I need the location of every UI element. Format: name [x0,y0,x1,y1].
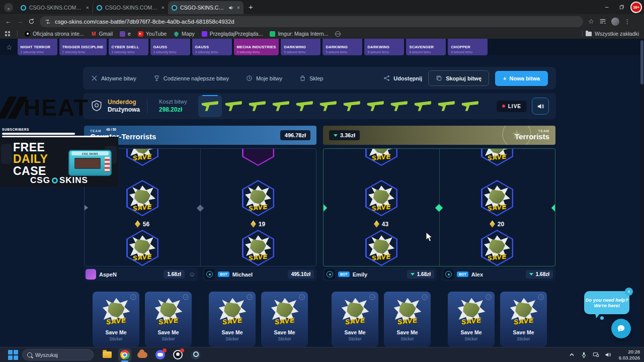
reload-icon[interactable] [28,18,35,25]
taskbar-discord[interactable] [153,348,167,361]
item-hex[interactable]: SAVE [126,230,158,266]
drop-card[interactable]: CYBER SHELL3 sekundy temu [109,39,148,55]
new-tab-button[interactable]: + [249,3,253,11]
round-item[interactable] [364,95,387,117]
bookmark-item[interactable]: Imgur: Magia Intern... [270,31,328,37]
tab-search-chevron-icon[interactable]: ⌄ [4,3,13,12]
item-card-save-me[interactable]: SAVE Save Me Sticker [500,292,547,347]
taskbar-clock[interactable]: 20:28 6.03.2026 [619,349,640,361]
network-icon[interactable] [593,351,599,358]
player-bar-alex[interactable]: BOT Alex 1.68zł [442,267,555,281]
favorites-star-icon[interactable]: ☆ [6,43,13,51]
item-hex[interactable]: SAVE [126,180,158,216]
item-hex[interactable]: SAVE [126,149,158,166]
taskbar-steam[interactable] [189,348,202,361]
item-card-save-me[interactable]: SAVE Save Me Sticker [93,292,139,347]
round-item[interactable] [387,95,411,117]
taskbar-search[interactable] [22,349,94,360]
round-item[interactable] [222,95,246,117]
site-info-icon[interactable] [45,19,51,25]
round-item[interactable] [435,95,458,117]
round-item[interactable] [293,95,316,117]
taskbar-cloud-app[interactable] [136,348,149,361]
bookmark-item[interactable]: Mapy [174,31,195,37]
profile-avatar[interactable] [611,18,619,26]
round-item[interactable] [340,95,364,117]
drop-card[interactable]: DARKWING5 sekund temu [281,39,320,55]
item-hex[interactable]: SAVE [242,230,274,266]
item-card-save-me[interactable]: SAVE Save Me Sticker [448,292,495,347]
taskbar-chrome-active[interactable] [118,348,131,361]
url-field[interactable]: csgo-skins.com/case-battle/7db976f7-8cbe… [40,16,583,27]
item-card-save-me[interactable]: SAVE Save Me Sticker [332,292,378,347]
bookmark-item[interactable]: MGmail [91,31,113,37]
forward-icon[interactable]: → [17,18,23,25]
round-item[interactable] [246,95,269,117]
drop-card[interactable]: DARKWING8 sekund temu [364,39,404,55]
browser-tab-2[interactable]: CSGO-SKINS.COM - Najlepsze × [93,1,168,14]
chat-launcher-button[interactable] [611,319,631,338]
bookmark-item[interactable]: PrzeglądajPrzegląda... [202,31,263,37]
profile-age-badge[interactable]: 18+ [630,2,642,13]
window-restore-button[interactable] [614,0,629,14]
start-button[interactable] [8,349,19,360]
volume-icon[interactable] [605,351,611,358]
browser-tab-1[interactable]: CSGO-SKINS.COM - Najlepsze × [17,1,93,14]
tab-close-icon[interactable]: × [162,5,165,11]
bookmark-item[interactable]: e [120,31,131,37]
taskbar-obs[interactable] [171,348,184,361]
item-card-save-me[interactable]: SAVE Save Me Sticker [261,292,308,347]
browser-tab-3-active[interactable]: CSGO-SKINS.COM - Najlep × [168,1,244,14]
bookmark-item[interactable] [335,31,341,37]
tab-active-battles[interactable]: Aktywne bitwy [91,75,136,81]
drop-card[interactable]: TRIGGER DISCIPLINE2 sekundy temu [59,39,107,55]
emote-icon[interactable]: ☺ [189,270,195,278]
help-chat-bubble[interactable]: × Do you need help? We're here! [584,291,629,314]
window-minimize-button[interactable]: – [599,0,614,14]
drop-card[interactable]: NIGHT TERROR1 sekundę temu [18,39,57,55]
player-bar-aspen[interactable]: AspeN 1.68zł ☺ [84,267,198,281]
round-item[interactable] [458,95,482,117]
item-hex[interactable]: SAVE [481,230,513,266]
bookmark-item[interactable]: YouTube [138,31,167,37]
chat-close-icon[interactable]: × [625,288,633,296]
search-input[interactable] [35,352,86,358]
bookmark-star-icon[interactable]: ☆ [588,18,594,25]
tray-chevron-icon[interactable] [569,351,575,358]
new-battle-button[interactable]: + Nowa bitwa [495,71,548,86]
bookmark-item[interactable]: Oficjalna strona inte... [25,31,84,37]
drop-card[interactable]: DARKWING5 sekund temu [323,39,362,55]
item-hex[interactable]: SAVE [365,230,397,266]
item-hex[interactable]: SAVE [242,180,274,216]
drop-card[interactable]: GAUSS3 sekundy temu [150,39,190,55]
drop-card[interactable]: GAUSS3 sekundy temu [192,39,232,55]
reading-list-icon[interactable] [599,18,606,25]
player-bar-emily[interactable]: BOT Emily 1.68zł [323,267,437,281]
round-item[interactable] [411,95,435,117]
share-button[interactable]: Udostępnij [383,75,422,81]
drop-card-highlighted[interactable]: MECHA INDUSTRIES3 sekundy temu [234,39,279,55]
round-item[interactable] [269,95,293,117]
taskbar-file-explorer[interactable] [101,348,114,361]
copy-battle-button[interactable]: Skopiuj bitwę [428,70,489,86]
drop-card[interactable]: CHOPPER8 sekund temu [448,39,488,55]
item-card-save-me[interactable]: SAVE Save Me Sticker [145,292,192,347]
item-card-save-me[interactable]: SAVE Save Me Sticker [384,292,431,347]
tab-daily-best-battles[interactable]: Codzienne najlepsze bitwy [153,75,229,81]
item-card-save-me[interactable]: SAVE Save Me Sticker [209,292,256,347]
back-icon[interactable]: ← [5,18,12,25]
round-item[interactable] [316,95,340,117]
player-bar-michael[interactable]: BOT Michael 495.10zł [203,267,316,281]
tab-shop[interactable]: Sklep [299,75,324,81]
item-hex[interactable]: SAVE [481,180,513,216]
browser-menu-icon[interactable]: ⋮ [624,18,630,25]
item-hex[interactable]: SAVE [365,180,397,216]
tab-close-icon[interactable]: × [237,5,240,11]
microphone-icon[interactable] [581,351,587,358]
tab-my-battles[interactable]: Moje bitwy [246,75,282,81]
tab-close-icon[interactable]: × [86,5,89,11]
sound-toggle-button[interactable] [532,98,549,115]
item-hex[interactable]: SAVE [365,149,397,166]
item-hex[interactable]: SAVE [481,149,513,166]
drop-card[interactable]: SCAVENGER8 sekund temu [406,39,446,55]
